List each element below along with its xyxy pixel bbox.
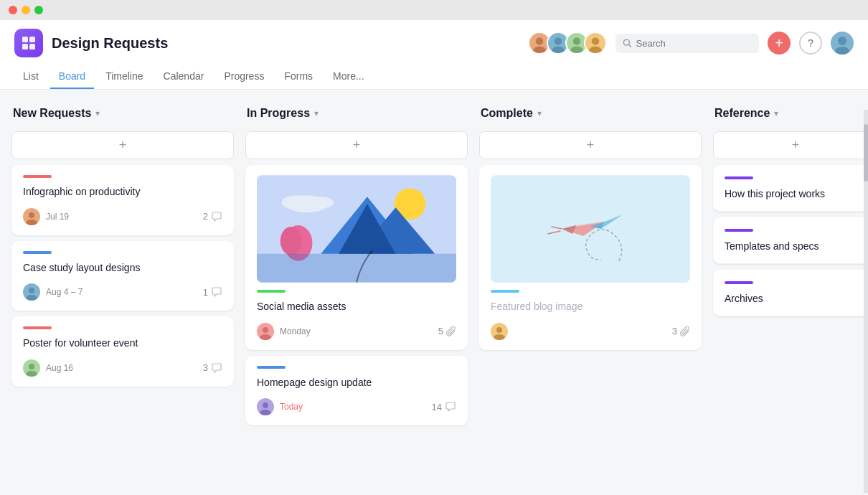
card-blog-image[interactable]: Featured blog image 3 (479, 165, 702, 350)
card-avatar (257, 323, 274, 340)
card-date: Jul 19 (46, 212, 69, 222)
minimize-dot[interactable] (22, 6, 30, 14)
app-icon (14, 29, 43, 57)
column-title-complete: Complete (481, 107, 533, 120)
card-comments: 2 (203, 211, 222, 222)
card-homepage[interactable]: Homepage design update Today 14 (245, 356, 468, 426)
attachment-icon (446, 326, 456, 336)
svg-point-20 (29, 364, 34, 369)
tab-progress[interactable]: Progress (215, 65, 273, 89)
card-title: Case study layout designs (23, 261, 222, 275)
add-card-in-progress[interactable]: + (245, 131, 468, 159)
chevron-down-icon[interactable]: ▾ (537, 108, 542, 118)
svg-point-10 (592, 37, 600, 45)
avatar-4[interactable] (584, 32, 607, 55)
card-avatar (23, 208, 40, 225)
column-header-complete: Complete ▾ (479, 104, 702, 126)
attachment-count: 3 (672, 326, 677, 336)
svg-point-36 (260, 410, 271, 415)
ref-title: Templates and specs (725, 240, 867, 252)
ref-card-how-project-works[interactable]: How this project works (713, 165, 868, 212)
card-footer-left: Aug 16 (23, 359, 73, 377)
card-footer: Aug 4 – 7 1 (23, 283, 222, 301)
card-date: Monday (280, 326, 311, 336)
ref-card-templates[interactable]: Templates and specs (713, 217, 868, 264)
help-button[interactable]: ? (799, 32, 822, 55)
header-right: + ? (528, 32, 854, 55)
close-dot[interactable] (9, 6, 17, 14)
chevron-down-icon[interactable]: ▾ (314, 108, 319, 118)
svg-rect-1 (29, 37, 35, 42)
window-chrome (0, 0, 868, 20)
maximize-dot[interactable] (34, 6, 43, 14)
card-image-mountain (257, 175, 456, 283)
column-header-new-requests: New Requests ▾ (11, 104, 234, 126)
card-accent (491, 290, 519, 293)
card-attachments: 5 (438, 326, 456, 336)
card-footer: Today 14 (257, 398, 456, 415)
svg-rect-2 (22, 44, 28, 50)
add-button[interactable]: + (768, 32, 791, 55)
card-infographic[interactable]: Infographic on productivity Jul 19 2 (11, 165, 234, 235)
tab-calendar[interactable]: Calendar (155, 65, 213, 89)
search-icon (623, 38, 632, 48)
card-avatar (257, 398, 274, 415)
card-footer-left: Jul 19 (23, 208, 69, 225)
scrollbar-track[interactable] (864, 110, 868, 493)
svg-rect-0 (22, 37, 28, 42)
column-header-in-progress: In Progress ▾ (245, 104, 468, 126)
card-title: Infographic on productivity (23, 185, 222, 199)
column-title-wrap: New Requests ▾ (13, 107, 100, 120)
add-card-complete[interactable]: + (479, 131, 702, 159)
header-left: Design Requests (14, 29, 168, 57)
card-footer: 3 (491, 323, 690, 340)
svg-point-6 (555, 37, 562, 45)
column-header-reference: Reference ▾ (713, 104, 868, 126)
card-footer: Jul 19 2 (23, 208, 222, 225)
card-comments: 14 (432, 401, 456, 412)
card-footer: Aug 16 3 (23, 359, 222, 377)
comment-icon (211, 286, 222, 298)
comment-count: 1 (203, 287, 208, 298)
card-attachments: 3 (672, 326, 690, 336)
card-poster[interactable]: Poster for volunteer event Aug 16 3 (11, 316, 234, 387)
column-title-wrap: Reference ▾ (714, 107, 778, 120)
svg-point-18 (29, 288, 34, 293)
svg-point-17 (26, 220, 37, 225)
comment-count: 2 (203, 211, 208, 222)
svg-point-8 (573, 37, 581, 45)
comment-count: 3 (203, 362, 208, 373)
card-case-study[interactable]: Case study layout designs Aug 4 – 7 1 (11, 241, 234, 311)
chevron-down-icon[interactable]: ▾ (95, 108, 100, 118)
search-bar[interactable] (615, 34, 759, 53)
scrollbar-thumb[interactable] (864, 124, 868, 182)
svg-point-16 (29, 212, 34, 218)
add-card-reference[interactable]: + (713, 131, 868, 159)
column-title-wrap: In Progress ▾ (247, 107, 319, 120)
add-card-new-requests[interactable]: + (11, 131, 234, 159)
card-accent (257, 290, 286, 293)
svg-point-7 (552, 46, 565, 53)
comment-count: 14 (432, 402, 442, 412)
chevron-down-icon[interactable]: ▾ (774, 108, 778, 118)
tab-more[interactable]: More... (324, 65, 373, 89)
user-avatar[interactable] (831, 32, 854, 55)
card-title: Homepage design update (257, 376, 456, 390)
search-input[interactable] (636, 38, 752, 49)
tab-forms[interactable]: Forms (275, 65, 321, 89)
ref-accent (725, 281, 753, 284)
card-footer: Monday 5 (257, 323, 456, 340)
tab-timeline[interactable]: Timeline (97, 65, 151, 89)
column-title-wrap: Complete ▾ (481, 107, 542, 120)
column-title-in-progress: In Progress (247, 107, 310, 120)
card-social-media[interactable]: Social media assets Monday 5 (245, 165, 468, 350)
card-avatar (23, 359, 40, 377)
tab-list[interactable]: List (14, 65, 47, 89)
svg-point-34 (260, 334, 271, 340)
tab-board[interactable]: Board (50, 65, 94, 89)
svg-point-15 (835, 47, 849, 55)
team-avatars (528, 32, 607, 55)
svg-point-4 (536, 37, 544, 45)
ref-card-archives[interactable]: Archives (713, 270, 868, 316)
svg-point-14 (838, 37, 846, 45)
